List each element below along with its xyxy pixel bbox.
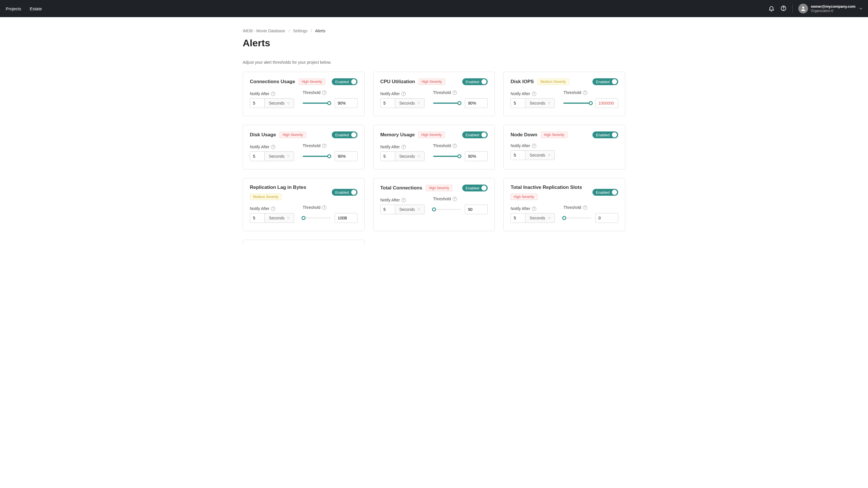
notify-after-unit-label: Seconds [269,216,284,220]
threshold-slider[interactable] [433,155,461,157]
threshold-label: Threshold? [303,143,358,148]
breadcrumb-settings[interactable]: Settings [293,29,308,33]
threshold-slider[interactable] [433,208,461,210]
threshold-value-input[interactable] [335,98,358,108]
help-icon[interactable] [780,5,786,12]
nav-estate[interactable]: Estate [30,6,42,11]
threshold-label: Threshold? [563,205,618,210]
notify-after-unit-select[interactable]: Seconds▽ [525,98,555,108]
notify-after-value[interactable] [250,98,265,108]
notify-after-group: Notify After?Seconds▽ [510,206,555,223]
enabled-toggle[interactable]: Enabled [462,184,488,192]
bell-icon[interactable] [768,5,775,12]
threshold-slider[interactable] [303,155,331,157]
notify-after-value[interactable] [511,213,525,223]
threshold-value-input[interactable] [335,213,358,223]
enabled-toggle[interactable]: Enabled [462,132,488,138]
notify-after-value[interactable] [511,150,525,160]
threshold-slider[interactable] [303,102,331,104]
help-icon[interactable]: ? [322,91,327,95]
help-icon[interactable]: ? [401,198,406,202]
chevron-down-icon: ▽ [548,217,551,220]
notify-after-value[interactable] [381,205,395,214]
alert-card: Memory UsageHigh SeverityEnabledNotify A… [373,125,495,169]
enabled-toggle[interactable]: Enabled [592,78,618,85]
help-icon[interactable]: ? [532,207,536,211]
slider-knob[interactable] [302,216,306,220]
threshold-slider[interactable] [563,102,591,104]
chevron-down-icon: ▽ [287,102,289,105]
help-icon[interactable]: ? [322,144,327,148]
help-icon[interactable]: ? [271,92,275,96]
card-title: Node Down [510,132,537,138]
slider-knob[interactable] [589,101,593,105]
help-icon[interactable]: ? [401,92,406,96]
notify-after-unit-select[interactable]: Seconds▽ [265,152,294,161]
help-icon[interactable]: ? [453,197,457,201]
notify-after-value[interactable] [381,98,395,108]
enabled-toggle[interactable]: Enabled [592,189,618,196]
slider-knob[interactable] [457,154,461,158]
help-icon[interactable]: ? [271,145,275,149]
toggle-label: Enabled [466,133,479,137]
threshold-value-input[interactable] [465,205,488,214]
notify-after-unit-select[interactable]: Seconds▽ [395,152,424,161]
card-header: Replication Lag in BytesMedium SeverityE… [250,184,358,200]
enabled-toggle[interactable]: Enabled [332,132,358,138]
threshold-value-input[interactable] [595,213,618,223]
toggle-knob [612,79,617,84]
threshold-value-input[interactable] [335,151,358,161]
enabled-toggle[interactable]: Enabled [332,78,358,85]
notify-after-value[interactable] [381,152,395,161]
help-icon[interactable]: ? [453,91,457,95]
enabled-toggle[interactable]: Enabled [592,132,618,138]
help-icon[interactable]: ? [532,144,536,148]
alert-card: Node DownHigh SeverityEnabledNotify Afte… [503,125,625,169]
toggle-label: Enabled [596,190,610,195]
notify-after-unit-select[interactable]: Seconds▽ [395,205,424,214]
notify-after-unit-select[interactable]: Seconds▽ [525,150,555,160]
notify-after-unit-select[interactable]: Seconds▽ [525,213,555,223]
help-icon[interactable]: ? [583,91,587,95]
threshold-row [303,98,358,108]
enabled-toggle[interactable]: Enabled [462,78,488,85]
notify-after-value[interactable] [250,213,265,223]
slider-knob[interactable] [327,154,331,158]
slider-knob[interactable] [562,216,566,220]
enabled-toggle[interactable]: Enabled [332,189,358,196]
help-icon[interactable]: ? [322,205,327,210]
breadcrumb-project[interactable]: IMDB - Movie Database [243,29,285,33]
threshold-value-input[interactable] [465,98,488,108]
threshold-value-input[interactable] [465,151,488,161]
severity-badge: High Severity [299,79,325,85]
slider-knob[interactable] [432,207,436,211]
notify-after-unit-select[interactable]: Seconds▽ [265,98,294,108]
threshold-slider[interactable] [563,217,591,219]
alert-card: Total ConnectionsHigh SeverityEnabledNot… [373,178,495,231]
notify-after-unit-select[interactable]: Seconds▽ [395,98,424,108]
threshold-slider[interactable] [303,217,331,219]
slider-knob[interactable] [327,101,331,105]
chevron-down-icon: ▽ [287,217,289,220]
card-title: CPU Utilization [380,79,415,85]
notify-after-unit-select[interactable]: Seconds▽ [265,213,294,223]
help-icon[interactable]: ? [453,144,457,148]
slider-knob[interactable] [457,101,461,105]
page: IMDB - Movie Database / Settings / Alert… [237,17,631,256]
help-icon[interactable]: ? [532,92,536,96]
account-menu[interactable]: owner@mycompany.com Organization-0 [798,4,862,13]
avatar [798,4,808,13]
help-icon[interactable]: ? [401,145,406,149]
nav-projects[interactable]: Projects [6,6,21,11]
card-body: Notify After?Seconds▽Threshold? [250,90,358,108]
threshold-value-input[interactable] [595,98,618,108]
toggle-label: Enabled [596,133,610,137]
help-icon[interactable]: ? [271,207,275,211]
card-body: Notify After?Seconds▽Threshold? [250,143,358,161]
notify-after-input: Seconds▽ [510,213,555,223]
notify-after-value[interactable] [250,152,265,161]
threshold-group: Threshold? [563,90,618,108]
help-icon[interactable]: ? [583,205,587,210]
threshold-slider[interactable] [433,102,461,104]
notify-after-value[interactable] [511,98,525,108]
